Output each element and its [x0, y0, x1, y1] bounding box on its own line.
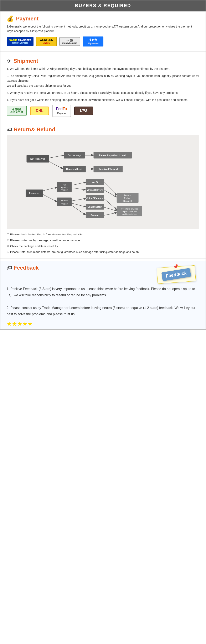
flowchart-svg: Not Received On the Way Please be patien… — [7, 137, 199, 224]
svg-line-15 — [104, 213, 116, 215]
star-1: ★ — [7, 320, 12, 327]
return-icon: 🏷 — [7, 126, 12, 133]
shipment-section: ✈ Shipment 1. We will sent the items wit… — [0, 54, 206, 121]
star-5: ★ — [27, 320, 33, 327]
feedback-body: 1. Positive Feedback (5 Stars) is very i… — [7, 286, 199, 318]
svg-line-4 — [43, 187, 57, 191]
fedex-logo: FedEx Express — [52, 105, 71, 117]
svg-text:could also tell us: could also tell us — [122, 213, 136, 215]
svg-text:Not: Not — [63, 184, 66, 186]
dhl-logo: DHL — [30, 106, 49, 115]
bank-transfer-logo: BANK TRANSFER INTERNATIONAL — [7, 37, 33, 46]
gold-stars: ★ ★ ★ ★ ★ — [7, 320, 199, 327]
feedback-para-1: 1. Positive Feedback (5 Stars) is very i… — [7, 286, 199, 298]
svg-text:Color Difference: Color Difference — [86, 197, 103, 200]
svg-line-11 — [104, 182, 116, 195]
chinapost-logo: 中国邮政 CHINA POST — [7, 106, 27, 116]
svg-text:Problem: Problem — [61, 202, 68, 205]
received-refund-label: Received/Refund — [99, 168, 117, 170]
svg-line-9 — [72, 203, 86, 207]
payment-section-title: 💰 Payment — [7, 15, 199, 22]
star-4: ★ — [22, 320, 27, 327]
shipment-section-title: ✈ Shipment — [7, 58, 199, 64]
svg-text:If you have any else: If you have any else — [121, 208, 138, 210]
refund-note-3: ③ Check the package and Item, carefully. — [7, 244, 199, 249]
refund-note-2: ② Please contact us by meesage, e-mail, … — [7, 238, 199, 243]
flowchart-container: Not Received On the Way Please be patien… — [7, 135, 199, 229]
please-wait-label: Please be patient to wait — [99, 154, 126, 156]
on-the-way-label: On the Way — [68, 154, 81, 156]
alipay-logo: 支付宝 Alipay.com — [83, 36, 103, 46]
return-refund-title: 🏷 Return& Refund — [7, 126, 199, 133]
star-3: ★ — [17, 320, 22, 327]
svg-text:Quality Defect: Quality Defect — [87, 205, 102, 208]
payment-section: 💰 Payment 1.Generally, we accept the fol… — [0, 12, 206, 51]
svg-line-8 — [72, 198, 86, 201]
page-title: BUYERS & REQUIRED — [0, 3, 206, 8]
svg-line-10 — [72, 205, 86, 215]
ups-logo: UPS — [74, 106, 93, 115]
svg-text:Quality: Quality — [61, 186, 68, 188]
svg-line-5 — [43, 194, 57, 202]
svg-line-12 — [104, 190, 116, 197]
shipment-para-1: 1. We will sent the items within 2-5days… — [7, 66, 199, 72]
svg-text:requirements you: requirements you — [122, 210, 137, 212]
feedback-para-2: 2. Please contact us by Trade Manager or… — [7, 305, 199, 318]
svg-text:Damage: Damage — [91, 214, 99, 216]
svg-text:Discount: Discount — [123, 200, 132, 202]
feedback-tag-label: Feedback — [161, 268, 191, 281]
svg-line-0 — [49, 155, 64, 158]
not-received-label: Not Received — [30, 158, 45, 160]
svg-text:Wrong Delivery: Wrong Delivery — [87, 189, 103, 191]
received-label: Received — [29, 192, 39, 194]
svg-text:Quality: Quality — [61, 199, 68, 202]
svg-text:Not fit: Not fit — [92, 181, 98, 184]
western-union-logo: WESTERN UNION — [36, 37, 57, 46]
return-refund-heading: Return& Refund — [14, 126, 55, 133]
shipment-para-3: 3. When you receive the items you ordere… — [7, 90, 199, 96]
svg-text:Refund: Refund — [124, 197, 131, 199]
feedback-header-row: 🏷 Feedback 📌 Feedback — [7, 264, 199, 282]
star-2: ★ — [12, 320, 17, 327]
feedback-section: 🏷 Feedback 📌 Feedback 1. Positive Feedba… — [0, 261, 206, 330]
feedback-heading: Feedback — [14, 264, 39, 271]
svg-line-1 — [49, 162, 63, 169]
received-lost-label: Received/Lost — [66, 168, 82, 170]
shipment-para-4: 4. If you have not got it within the shi… — [7, 98, 199, 102]
feedback-section-title: 🏷 Feedback — [7, 264, 39, 271]
svg-text:Problem: Problem — [61, 189, 68, 191]
pushpin-icon: 📌 — [173, 264, 179, 270]
svg-line-7 — [72, 188, 86, 190]
svg-line-6 — [72, 182, 86, 185]
payment-icon: 💰 — [7, 15, 14, 22]
carrier-logos: 中国邮政 CHINA POST DHL FedEx Express UPS — [7, 105, 199, 117]
payment-logos: BANK TRANSFER INTERNATIONAL WESTERN UNIO… — [7, 36, 199, 46]
return-refund-section: 🏷 Return& Refund — [0, 124, 206, 258]
payment-heading: Payment — [16, 16, 38, 22]
svg-text:Resend: Resend — [124, 194, 131, 196]
refund-note-1: ① Please check the tracking in formation… — [7, 232, 199, 237]
shipment-icon: ✈ — [7, 58, 11, 64]
payment-description: 1.Generally, we accept the following pay… — [7, 24, 199, 34]
moneybookers-logo: ((( ))) moneybookers — [59, 37, 80, 46]
page-header: BUYERS & REQUIRED — [0, 0, 206, 12]
shipment-para-2: 2.The shipment by China Post Registered … — [7, 74, 199, 88]
refund-notes: ① Please check the tracking in formation… — [7, 232, 199, 255]
refund-note-4: ④ Please Note: Men made defects are not … — [7, 250, 199, 254]
feedback-card: 📌 Feedback — [157, 267, 195, 282]
feedback-icon: 🏷 — [7, 264, 12, 271]
shipment-heading: Shipment — [13, 58, 38, 64]
